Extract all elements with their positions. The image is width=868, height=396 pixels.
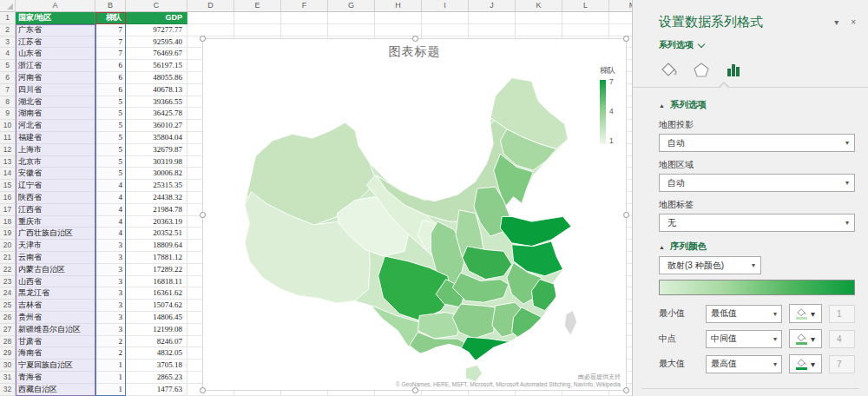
- chart-resize-handle[interactable]: [200, 212, 206, 218]
- cell-region[interactable]: 河北省: [16, 120, 95, 132]
- cell-region[interactable]: 宁夏回族自治区: [16, 360, 95, 372]
- cell-tier[interactable]: 5: [95, 168, 126, 180]
- cell-gdp[interactable]: 25315.35: [126, 180, 187, 192]
- chart-legend[interactable]: 梯队 7 4 1: [600, 65, 615, 145]
- cell-tier[interactable]: 3: [95, 300, 126, 312]
- row-header-18[interactable]: 18: [0, 216, 16, 228]
- cell-tier[interactable]: 4: [95, 228, 126, 240]
- column-header-B[interactable]: B: [95, 0, 126, 12]
- cell-region[interactable]: 内蒙古自治区: [16, 264, 95, 276]
- cell-tier[interactable]: 1: [95, 360, 126, 372]
- row-header-19[interactable]: 19: [0, 228, 16, 240]
- row-header-8[interactable]: 8: [0, 96, 16, 109]
- column-header-M[interactable]: M: [609, 0, 632, 12]
- cell-region[interactable]: 广东省: [16, 24, 95, 36]
- row-header-27[interactable]: 27: [0, 324, 16, 336]
- section-series-options[interactable]: ▲ 系列选项: [633, 93, 868, 115]
- china-map[interactable]: [207, 58, 608, 388]
- cell-gdp[interactable]: 12199.08: [126, 324, 187, 336]
- row-header-21[interactable]: 21: [0, 252, 16, 264]
- cell-region[interactable]: 西藏自治区: [16, 384, 95, 396]
- cell-tier[interactable]: 4: [95, 180, 126, 192]
- cell-region[interactable]: 福建省: [16, 132, 95, 144]
- cell-tier[interactable]: 3: [95, 312, 126, 324]
- column-header-C[interactable]: C: [126, 0, 187, 12]
- cell-tier[interactable]: 7: [95, 36, 126, 49]
- cell-region[interactable]: 湖南省: [16, 108, 95, 120]
- row-header-9[interactable]: 9: [0, 108, 16, 120]
- stop-color-picker[interactable]: ▾: [789, 304, 822, 323]
- row-header-22[interactable]: 22: [0, 264, 16, 276]
- cell-region[interactable]: 云南省: [16, 252, 95, 264]
- cell-region[interactable]: 天津市: [16, 240, 95, 252]
- column-header-G[interactable]: G: [328, 0, 375, 12]
- row-header-32[interactable]: 32: [0, 384, 16, 396]
- province-山东[interactable]: [500, 216, 571, 246]
- cell-gdp[interactable]: 92595.40: [126, 36, 187, 49]
- chart-resize-handle[interactable]: [412, 36, 418, 42]
- row-header-2[interactable]: 2: [0, 24, 16, 36]
- cell-tier[interactable]: 5: [95, 132, 126, 144]
- dropdown-地图区域[interactable]: 自动▾: [659, 174, 855, 192]
- row-header-26[interactable]: 26: [0, 312, 16, 324]
- cell-region[interactable]: 山东省: [16, 48, 95, 60]
- column-header-J[interactable]: J: [469, 0, 516, 12]
- row-header-30[interactable]: 30: [0, 360, 16, 372]
- cell-gdp[interactable]: 76469.67: [126, 48, 187, 60]
- cell-gdp[interactable]: 24438.32: [126, 192, 187, 204]
- row-header-10[interactable]: 10: [0, 120, 16, 132]
- cell-gdp[interactable]: 15074.62: [126, 300, 187, 312]
- cell-gdp[interactable]: 8246.07: [126, 336, 187, 348]
- cell-tier[interactable]: 2: [95, 336, 126, 348]
- row-header-15[interactable]: 15: [0, 180, 16, 192]
- cell-region[interactable]: 重庆市: [16, 216, 95, 228]
- cell-gdp[interactable]: 39366.55: [126, 96, 187, 109]
- chart-resize-handle[interactable]: [623, 387, 629, 393]
- cell-region[interactable]: 北京市: [16, 156, 95, 168]
- pane-options-dropdown-icon[interactable]: ▾: [834, 17, 838, 27]
- cell-gdp[interactable]: 3705.18: [126, 360, 187, 372]
- chart-resize-handle[interactable]: [200, 387, 206, 393]
- row-header-1[interactable]: 1: [0, 12, 16, 24]
- cell-gdp[interactable]: 16818.11: [126, 276, 187, 288]
- cell-gdp[interactable]: GDP: [126, 12, 187, 24]
- row-header-25[interactable]: 25: [0, 300, 16, 312]
- column-header-L[interactable]: L: [562, 0, 609, 12]
- cell-gdp[interactable]: 30319.98: [126, 156, 187, 168]
- cell-gdp[interactable]: 14806.45: [126, 312, 187, 324]
- cell-gdp[interactable]: 18809.64: [126, 240, 187, 252]
- cell-gdp[interactable]: 17881.12: [126, 252, 187, 264]
- stop-color-picker[interactable]: ▾: [789, 329, 822, 348]
- cell-gdp[interactable]: 4832.05: [126, 347, 187, 360]
- chart-resize-handle[interactable]: [623, 212, 629, 218]
- chart-resize-handle[interactable]: [412, 387, 418, 393]
- cell-tier[interactable]: 4: [95, 204, 126, 216]
- cell-region[interactable]: 黑龙江省: [16, 287, 95, 300]
- series-options-link[interactable]: 系列选项: [633, 34, 868, 53]
- chart-resize-handle[interactable]: [623, 36, 629, 42]
- row-header-12[interactable]: 12: [0, 144, 16, 156]
- cell-tier[interactable]: 7: [95, 48, 126, 60]
- column-header-A[interactable]: A: [16, 0, 95, 12]
- row-header-3[interactable]: 3: [0, 36, 16, 49]
- row-header-7[interactable]: 7: [0, 84, 16, 96]
- select-all-corner[interactable]: [0, 0, 16, 12]
- cell-region[interactable]: 贵州省: [16, 312, 95, 324]
- cell-tier[interactable]: 4: [95, 216, 126, 228]
- column-header-F[interactable]: F: [281, 0, 328, 12]
- column-header-D[interactable]: D: [187, 0, 234, 12]
- row-header-23[interactable]: 23: [0, 276, 16, 288]
- cell-gdp[interactable]: 35804.04: [126, 132, 187, 144]
- cell-region[interactable]: 陕西省: [16, 192, 95, 204]
- cell-tier[interactable]: 梯队: [95, 12, 126, 24]
- cell-region[interactable]: 浙江省: [16, 60, 95, 72]
- cell-region[interactable]: 青海省: [16, 372, 95, 384]
- dropdown-地图投影[interactable]: 自动▾: [659, 134, 855, 152]
- cell-tier[interactable]: 5: [95, 108, 126, 120]
- cell-tier[interactable]: 6: [95, 84, 126, 96]
- cell-region[interactable]: 河南省: [16, 72, 95, 84]
- cell-region[interactable]: 国家/地区: [16, 12, 95, 24]
- row-header-14[interactable]: 14: [0, 168, 16, 180]
- cell-gdp[interactable]: 40678.13: [126, 84, 187, 96]
- cell-region[interactable]: 吉林省: [16, 300, 95, 312]
